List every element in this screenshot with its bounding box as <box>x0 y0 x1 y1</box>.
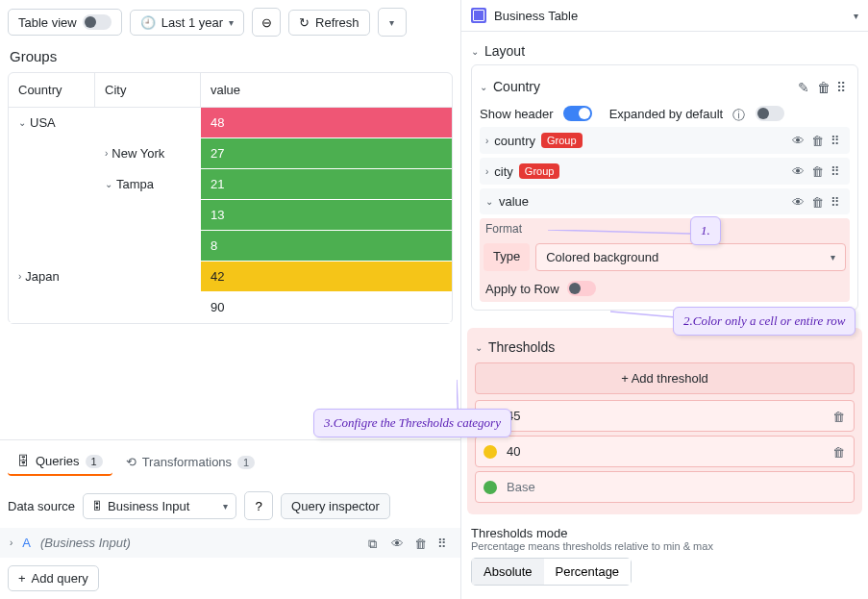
drag-handle-icon[interactable]: ⠿ <box>831 164 844 178</box>
group-country-header[interactable]: ⌄Country✎🗑⠿ <box>480 73 850 100</box>
table-row: 8 <box>9 231 452 262</box>
section-thresholds[interactable]: ⌄Thresholds <box>475 336 855 362</box>
trash-icon[interactable]: 🗑 <box>817 80 831 93</box>
section-layout[interactable]: ⌄Layout <box>471 37 858 64</box>
refresh-button[interactable]: ↻Refresh <box>288 10 370 36</box>
format-label: Format <box>480 218 850 239</box>
cell-city: New York <box>112 146 164 161</box>
threshold-value[interactable]: Base <box>507 480 535 494</box>
chevron-down-icon: ▾ <box>389 17 394 28</box>
expanded-default-toggle[interactable] <box>756 106 784 121</box>
refresh-interval-button[interactable]: ▾ <box>378 8 407 37</box>
chevron-down-icon: ⌄ <box>485 196 493 207</box>
group-country-label: Country <box>493 79 540 94</box>
eye-icon[interactable]: 👁 <box>792 134 806 147</box>
add-threshold-label: Add threshold <box>632 371 708 386</box>
format-type-select[interactable]: Colored background▾ <box>535 243 846 271</box>
plus-icon: + <box>621 371 632 386</box>
eye-icon[interactable]: 👁 <box>391 537 405 550</box>
field-city[interactable]: ›cityGroup👁🗑⠿ <box>480 158 850 185</box>
table-row: 13 <box>9 200 452 231</box>
chevron-right-icon: › <box>10 537 12 548</box>
callout-2: 2.Color only a cell or entire row <box>673 307 856 336</box>
cell-value: 13 <box>201 200 452 230</box>
col-header-value[interactable]: value <box>201 73 452 107</box>
callout-3: 3.Configre the Thresholds category <box>313 409 511 437</box>
section-layout-label: Layout <box>484 43 525 59</box>
threshold-item[interactable]: 40🗑 <box>475 436 855 467</box>
cell-value: 90 <box>201 292 452 322</box>
trash-icon[interactable]: 🗑 <box>832 410 846 423</box>
mode-absolute-button[interactable]: Absolute <box>472 559 544 585</box>
queries-icon: 🗄 <box>17 454 30 468</box>
query-row[interactable]: › A (Business Input) ⧉ 👁 🗑 ⠿ <box>0 528 460 558</box>
datasource-help-button[interactable]: ? <box>244 491 273 520</box>
table-view-switch[interactable] <box>83 14 112 30</box>
chevron-down-icon: ⌄ <box>475 342 483 353</box>
copy-icon[interactable]: ⧉ <box>368 537 382 550</box>
mode-percentage-button[interactable]: Percentage <box>544 559 632 585</box>
table-row: ⌄USA48 <box>9 108 452 138</box>
query-inspector-button[interactable]: Query inspector <box>281 493 390 519</box>
drag-handle-icon[interactable]: ⠿ <box>831 134 844 147</box>
chevron-down-icon: ▾ <box>831 252 835 262</box>
format-type-value: Colored background <box>546 250 658 264</box>
format-type-label: Type <box>484 243 530 271</box>
drag-handle-icon[interactable]: ⠿ <box>836 80 850 93</box>
threshold-value[interactable]: 40 <box>507 444 520 459</box>
field-value-label: value <box>499 194 529 209</box>
trash-icon[interactable]: 🗑 <box>414 537 428 550</box>
field-country[interactable]: ›countryGroup👁🗑⠿ <box>480 127 850 154</box>
add-query-button[interactable]: +Add query <box>8 565 99 591</box>
trash-icon[interactable]: 🗑 <box>811 134 825 147</box>
threshold-item[interactable]: Base <box>475 471 855 503</box>
drag-handle-icon[interactable]: ⠿ <box>437 537 451 550</box>
chevron-down-icon: ▾ <box>229 17 234 28</box>
expand-icon[interactable]: › <box>105 148 108 159</box>
refresh-label: Refresh <box>315 15 360 30</box>
apply-row-label: Apply to Row <box>485 282 559 296</box>
tab-transformations[interactable]: ⟲Transformations1 <box>116 448 265 476</box>
expand-icon[interactable]: › <box>18 271 21 282</box>
chevron-down-icon: ▾ <box>223 501 228 512</box>
eye-icon[interactable]: 👁 <box>792 195 806 209</box>
add-threshold-button[interactable]: + Add threshold <box>475 362 855 394</box>
drag-handle-icon[interactable]: ⠿ <box>831 195 844 209</box>
eye-icon[interactable]: 👁 <box>792 164 806 178</box>
edit-icon[interactable]: ✎ <box>798 80 811 93</box>
clock-icon: 🕘 <box>140 15 156 30</box>
zoom-out-button[interactable]: ⊖ <box>252 8 281 37</box>
thresholds-mode-segmented: Absolute Percentage <box>471 558 632 586</box>
tab-queries-label: Queries <box>36 454 80 468</box>
threshold-item[interactable]: 45🗑 <box>475 400 855 432</box>
field-value[interactable]: ⌄value👁🗑⠿ <box>480 188 850 214</box>
time-range-picker[interactable]: 🕘Last 1 year▾ <box>130 10 244 36</box>
threshold-color-dot[interactable] <box>484 481 497 494</box>
cell-value: 8 <box>201 231 452 261</box>
panel-type-title: Business Table <box>494 9 578 23</box>
cell-value: 27 <box>201 138 452 168</box>
threshold-color-dot[interactable] <box>484 445 497 459</box>
panel-type-icon <box>471 8 486 23</box>
datasource-value: Business Input <box>108 499 189 513</box>
transformations-count: 1 <box>237 456 255 469</box>
show-header-toggle[interactable] <box>563 106 592 121</box>
transform-icon: ⟲ <box>126 455 136 469</box>
trash-icon[interactable]: 🗑 <box>832 445 846 459</box>
table-view-label: Table view <box>18 15 77 30</box>
datasource-select[interactable]: 🎛Business Input▾ <box>83 493 236 519</box>
info-icon[interactable]: ⓘ <box>732 107 746 120</box>
cell-value: 21 <box>201 169 452 199</box>
table-view-toggle[interactable]: Table view <box>8 9 122 36</box>
col-header-city[interactable]: City <box>95 73 201 107</box>
expand-icon[interactable]: ⌄ <box>18 117 26 128</box>
tab-queries[interactable]: 🗄Queries1 <box>8 448 112 476</box>
trash-icon[interactable]: 🗑 <box>811 195 825 209</box>
field-country-label: country <box>494 134 535 148</box>
chevron-down-icon[interactable]: ▾ <box>854 11 858 21</box>
panel-title: Groups <box>0 44 460 72</box>
trash-icon[interactable]: 🗑 <box>811 164 825 178</box>
expand-icon[interactable]: ⌄ <box>105 179 112 189</box>
col-header-country[interactable]: Country <box>9 73 95 107</box>
apply-row-toggle[interactable] <box>567 281 596 296</box>
